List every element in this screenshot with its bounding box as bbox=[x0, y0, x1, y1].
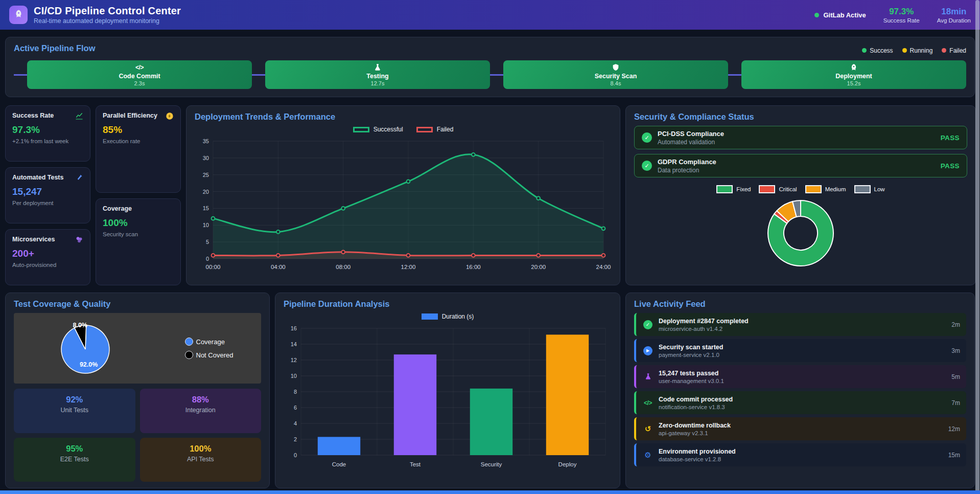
stat-card-value: 200+ bbox=[12, 248, 83, 259]
legend-entry[interactable]: Fixed bbox=[716, 185, 751, 193]
tile-value: 95% bbox=[14, 444, 135, 454]
stat-card-subtitle: Execution rate bbox=[103, 138, 174, 144]
activity-item: </> Code commit processed notification-s… bbox=[634, 391, 966, 414]
stage-icon bbox=[374, 63, 382, 72]
check-circle-icon: ✓ bbox=[642, 161, 652, 171]
coverage-tile: 88% Integration bbox=[140, 389, 262, 433]
scrollbar-thumb[interactable] bbox=[975, 0, 979, 494]
vulnerability-donut-chart bbox=[760, 194, 842, 271]
activity-feed: ✓ Deployment #2847 completed microservic… bbox=[634, 313, 966, 466]
pipeline-legend-item: Running bbox=[902, 47, 933, 54]
activity-service: database-service v1.2.8 bbox=[659, 456, 736, 462]
svg-text:20: 20 bbox=[203, 189, 209, 195]
svg-text:30: 30 bbox=[203, 155, 209, 161]
legend-dot-icon bbox=[942, 48, 946, 53]
svg-text:00:00: 00:00 bbox=[206, 264, 221, 270]
stat-card-title: Automated Tests bbox=[12, 174, 63, 181]
stat-card: Automated Tests 15,247 Per deployment bbox=[5, 167, 90, 223]
stat-card-value: 100% bbox=[103, 217, 174, 229]
success-rate-value: 97.3% bbox=[883, 7, 920, 17]
svg-text:25: 25 bbox=[203, 172, 209, 178]
stage-icon: </> bbox=[135, 63, 144, 72]
test-coverage-panel: Test Coverage & Quality 92.0%8.0% Covera… bbox=[5, 293, 270, 488]
stage-name: Security Scan bbox=[595, 73, 637, 80]
stat-card-subtitle: +2.1% from last week bbox=[12, 138, 83, 144]
activity-icon: ✓ bbox=[642, 320, 654, 329]
avg-duration-value: 18min bbox=[937, 7, 971, 17]
activity-title: Security scan started bbox=[659, 344, 723, 351]
trends-line-chart: 0510152025303500:0004:0008:0012:0016:002… bbox=[195, 134, 612, 273]
coverage-tile: 100% API Tests bbox=[140, 438, 262, 482]
activity-time: 3m bbox=[951, 347, 960, 354]
pipeline-flow-panel: Active Pipeline Flow Success Running bbox=[5, 37, 975, 97]
legend-entry[interactable]: Critical bbox=[759, 185, 797, 193]
svg-text:10: 10 bbox=[203, 222, 209, 228]
activity-item: ⚙ Environment provisioned database-servi… bbox=[634, 443, 966, 466]
coverage-panel-title: Test Coverage & Quality bbox=[14, 299, 261, 309]
coverage-tile: 92% Unit Tests bbox=[14, 389, 135, 433]
stage-duration: 2.3s bbox=[134, 80, 145, 86]
pipeline-stage[interactable]: Testing 12.7s bbox=[265, 60, 490, 89]
legend-entry[interactable]: Medium bbox=[805, 185, 846, 193]
stage-name: Code Commit bbox=[119, 73, 160, 80]
stat-card-icon bbox=[75, 112, 83, 120]
stat-card: Microservices 200+ Auto-provisioned bbox=[5, 229, 90, 285]
duration-chart-legend: Duration (s) bbox=[284, 313, 612, 320]
svg-text:8.0%: 8.0% bbox=[73, 322, 87, 329]
pipeline-stage[interactable]: Security Scan 8.4s bbox=[503, 60, 728, 89]
stage-name: Testing bbox=[366, 73, 389, 80]
legend-entry[interactable]: Duration (s) bbox=[422, 313, 474, 320]
gitlab-status-label: GitLab Active bbox=[823, 11, 866, 19]
activity-service: user-management v3.0.1 bbox=[659, 378, 724, 384]
svg-text:5: 5 bbox=[206, 239, 209, 245]
legend-entry[interactable]: Coverage bbox=[185, 338, 234, 346]
svg-text:4: 4 bbox=[294, 420, 297, 426]
legend-label: Success bbox=[870, 47, 893, 54]
activity-time: 2m bbox=[951, 321, 960, 328]
stat-card-subtitle: Security scan bbox=[103, 231, 174, 237]
check-circle-icon: ✓ bbox=[642, 132, 652, 143]
pipeline-stage[interactable]: </> Code Commit 2.3s bbox=[27, 60, 252, 89]
coverage-legend: CoverageNot Covered bbox=[185, 338, 234, 359]
compliance-checks: ✓ PCI-DSS Compliance Automated validatio… bbox=[634, 126, 967, 177]
activity-time: 5m bbox=[951, 373, 960, 380]
svg-text:Deploy: Deploy bbox=[558, 461, 577, 467]
svg-text:12: 12 bbox=[291, 357, 297, 363]
pipeline-stage[interactable]: Deployment 15.2s bbox=[741, 60, 966, 89]
security-compliance-panel: Security & Compliance Status ✓ PCI-DSS C… bbox=[625, 105, 976, 285]
legend-label: Running bbox=[910, 47, 933, 54]
stat-card-value: 97.3% bbox=[12, 124, 83, 136]
activity-title: Deployment #2847 completed bbox=[659, 318, 749, 325]
stat-column-a: Success Rate 97.3% +2.1% from last week … bbox=[5, 105, 90, 285]
stage-icon bbox=[850, 63, 858, 72]
legend-entry[interactable]: Low bbox=[854, 185, 885, 193]
tile-label: API Tests bbox=[140, 456, 262, 463]
svg-text:10: 10 bbox=[291, 373, 297, 379]
stat-card-title: Coverage bbox=[103, 205, 132, 212]
svg-text:Test: Test bbox=[410, 461, 421, 467]
metric-avg-duration: 18min Avg Duration bbox=[937, 7, 971, 24]
activity-icon: ⚙ bbox=[642, 451, 654, 460]
coverage-pie-figure: 92.0%8.0% CoverageNot Covered bbox=[14, 313, 261, 384]
svg-text:Code: Code bbox=[332, 461, 346, 467]
trends-panel-title: Deployment Trends & Performance bbox=[195, 112, 612, 122]
stat-card: Parallel Efficiency 85% Execution rate bbox=[96, 105, 181, 193]
svg-text:0: 0 bbox=[206, 256, 209, 262]
svg-text:20:00: 20:00 bbox=[531, 264, 546, 270]
app-header: CI/CD Pipeline Control Center Real-time … bbox=[0, 0, 980, 30]
svg-text:08:00: 08:00 bbox=[336, 264, 351, 270]
deployment-trends-panel: Deployment Trends & Performance Successf… bbox=[186, 105, 620, 285]
stat-column-b: Parallel Efficiency 85% Execution rate C… bbox=[96, 105, 181, 285]
legend-entry[interactable]: Failed bbox=[416, 126, 454, 133]
activity-title: Zero-downtime rollback bbox=[659, 422, 731, 429]
tile-label: E2E Tests bbox=[14, 456, 135, 463]
tile-label: Integration bbox=[140, 407, 262, 414]
stage-duration: 15.2s bbox=[847, 80, 861, 86]
legend-entry[interactable]: Successful bbox=[353, 126, 403, 133]
security-panel-title: Security & Compliance Status bbox=[634, 112, 967, 122]
success-rate-label: Success Rate bbox=[883, 17, 920, 24]
duration-panel-title: Pipeline Duration Analysis bbox=[284, 299, 612, 309]
stage-connector bbox=[728, 74, 741, 76]
stat-card-icon bbox=[75, 174, 83, 182]
legend-entry[interactable]: Not Covered bbox=[185, 351, 234, 359]
